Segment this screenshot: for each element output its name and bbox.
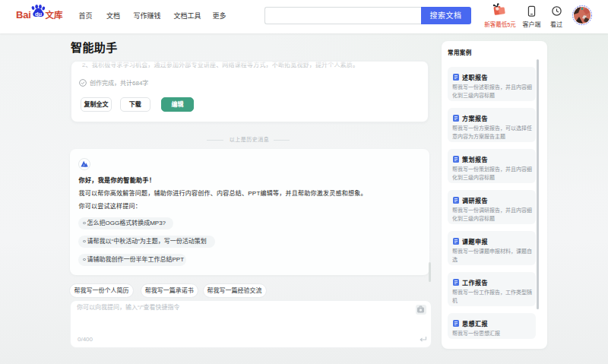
- svg-text:文库: 文库: [46, 10, 63, 20]
- svg-text:du: du: [35, 11, 43, 17]
- svg-text:Bai: Bai: [16, 9, 31, 21]
